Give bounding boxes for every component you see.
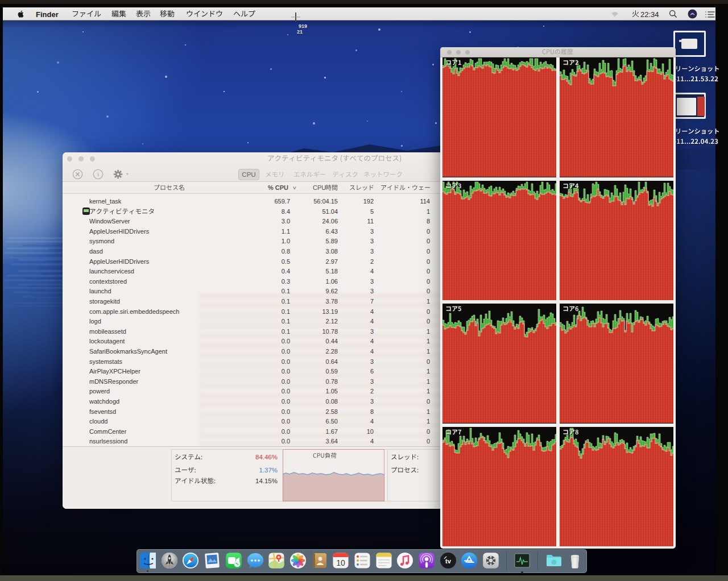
svg-text:tv: tv <box>445 558 452 565</box>
svg-text:i: i <box>97 171 99 177</box>
svg-text:10: 10 <box>336 558 345 567</box>
